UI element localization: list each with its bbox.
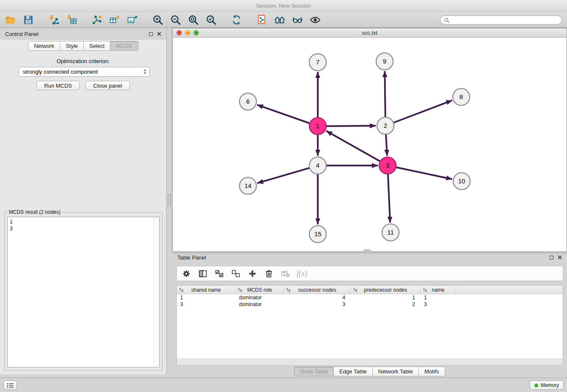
export-network-button[interactable] — [90, 14, 104, 26]
memory-button[interactable]: Memory — [530, 381, 564, 390]
table-tab-node-table[interactable]: Node Table — [294, 367, 334, 376]
close-icon — [157, 32, 161, 36]
table-cell[interactable]: 1 — [421, 294, 456, 301]
graph-edge-1-2[interactable] — [327, 126, 376, 126]
control-panel: Control Panel NetworkStyleSelectMCDS Opt… — [0, 28, 167, 374]
network-canvas[interactable]: 7968124314101511 — [173, 38, 567, 251]
columns-button[interactable] — [198, 268, 208, 279]
graph-node-10[interactable]: 10 — [453, 173, 470, 190]
delete-table-button[interactable] — [280, 268, 290, 279]
table-cell[interactable]: dominator — [236, 294, 284, 301]
graph-edge-4-14[interactable] — [257, 168, 309, 183]
graph-edge-3-11[interactable] — [388, 174, 390, 223]
import-table-button[interactable] — [64, 14, 79, 26]
table-cell[interactable]: 1 — [177, 294, 236, 301]
graph-edge-2-8[interactable] — [394, 100, 452, 122]
graph-edge-3-10[interactable] — [396, 167, 452, 179]
table-row[interactable]: 3dominator323 — [177, 301, 563, 308]
zoom-selected-button[interactable] — [204, 14, 218, 26]
graph-node-11[interactable]: 11 — [382, 224, 399, 241]
table-panel-float-button[interactable] — [550, 256, 553, 259]
table-cell[interactable]: 1 — [351, 294, 421, 301]
zoom-out-button[interactable] — [168, 14, 183, 26]
glasses-button[interactable] — [290, 14, 305, 26]
control-tab-select[interactable]: Select — [83, 41, 110, 51]
table-cell[interactable]: 3 — [177, 301, 236, 308]
graph-node-9[interactable]: 9 — [376, 53, 393, 70]
control-panel-float-button[interactable] — [149, 32, 153, 36]
close-window-button[interactable] — [176, 30, 182, 36]
minimize-window-button[interactable] — [185, 30, 190, 36]
unselect-all-icon — [231, 269, 240, 278]
delete-row-button[interactable] — [264, 268, 274, 279]
table-cell[interactable]: dominator — [236, 301, 284, 308]
export-table-button[interactable] — [107, 14, 122, 26]
result-scrollbar[interactable] — [154, 217, 159, 367]
save-button[interactable] — [21, 14, 36, 26]
open-button[interactable] — [3, 14, 18, 26]
export-image-button[interactable] — [125, 14, 140, 26]
search-field[interactable] — [440, 15, 562, 25]
table-header-row: shared nameMCDS rolesuccessor nodesprede… — [177, 286, 563, 294]
graph-node-8[interactable]: 8 — [453, 88, 470, 105]
column-header-successor-nodes[interactable]: successor nodes — [284, 286, 351, 294]
panel-splitter-grip[interactable] — [168, 194, 171, 207]
table-cell[interactable]: 2 — [351, 301, 421, 308]
import-network-button[interactable] — [47, 14, 61, 26]
show-details-button[interactable] — [308, 14, 322, 26]
column-header-predecessor-nodes[interactable]: predecessor nodes — [351, 286, 421, 294]
mcds-result-list[interactable]: 13 — [7, 217, 160, 367]
zoom-window-button[interactable] — [193, 30, 199, 36]
graph-edge-1-6[interactable] — [257, 105, 310, 123]
graph-node-label: 11 — [387, 229, 394, 236]
unselect-all-button[interactable] — [231, 268, 241, 279]
table-horizontal-scrollbar[interactable] — [177, 359, 563, 365]
zoom-in-button[interactable] — [151, 14, 165, 26]
close-panel-button[interactable]: Close panel — [85, 81, 130, 90]
table-cell[interactable]: 3 — [284, 301, 351, 308]
graph-node-4[interactable]: 4 — [309, 157, 326, 174]
column-header-shared-name[interactable]: shared name — [177, 286, 236, 294]
add-row-button[interactable] — [247, 268, 257, 279]
graph-node-1[interactable]: 1 — [309, 118, 326, 135]
table-cell[interactable]: 4 — [284, 294, 351, 301]
function-builder-button[interactable]: f(x) — [297, 269, 307, 278]
table-cell[interactable]: 3 — [421, 301, 456, 308]
gear-button[interactable] — [181, 268, 191, 279]
mcds-result-title: MCDS result (2 nodes) — [7, 209, 62, 215]
graph-node-label: 8 — [460, 93, 463, 100]
graph-edge-2-3[interactable] — [386, 135, 387, 156]
graph-node-2[interactable]: 2 — [377, 117, 394, 134]
graph-node-6[interactable]: 6 — [239, 93, 256, 110]
graph-edge-2-9[interactable] — [385, 71, 385, 117]
control-tab-network[interactable]: Network — [28, 41, 60, 51]
table-tab-edge-table[interactable]: Edge Table — [333, 367, 373, 376]
horizontal-splitter-grip[interactable] — [363, 249, 371, 252]
doc-share-button[interactable] — [255, 14, 269, 26]
graph-node-7[interactable]: 7 — [309, 54, 326, 71]
graph-node-label: 15 — [314, 230, 322, 237]
neighbors-button[interactable] — [272, 14, 287, 26]
graph-node-14[interactable]: 14 — [239, 177, 256, 194]
control-panel-close-button[interactable] — [157, 32, 161, 36]
table-tab-network-table[interactable]: Network Table — [372, 367, 419, 376]
column-header-MCDS-role[interactable]: MCDS role — [236, 286, 284, 294]
column-header-name[interactable]: name — [421, 286, 456, 294]
zoom-fit-button[interactable] — [186, 14, 201, 26]
graph-node-15[interactable]: 15 — [309, 226, 326, 243]
select-all-button[interactable] — [214, 268, 224, 279]
table-panel-close-button[interactable] — [558, 255, 562, 259]
apply-layout-button[interactable] — [229, 14, 244, 26]
panels-menu-button[interactable] — [3, 381, 17, 390]
search-input[interactable] — [451, 17, 558, 23]
table-tab-motifs[interactable]: Motifs — [418, 367, 445, 376]
graph-edge-3-1[interactable] — [326, 131, 380, 161]
criterion-dropdown[interactable]: strongly connected component — [19, 67, 150, 77]
control-tab-style[interactable]: Style — [60, 41, 84, 51]
column-sort-icon — [179, 287, 184, 292]
table-row[interactable]: 1dominator411 — [177, 294, 563, 301]
zoom-in-icon — [152, 14, 163, 25]
graph-node-3[interactable]: 3 — [379, 157, 396, 174]
control-tab-mcds[interactable]: MCDS — [110, 41, 138, 51]
run-mcds-button[interactable]: Run MCDS — [36, 81, 80, 90]
